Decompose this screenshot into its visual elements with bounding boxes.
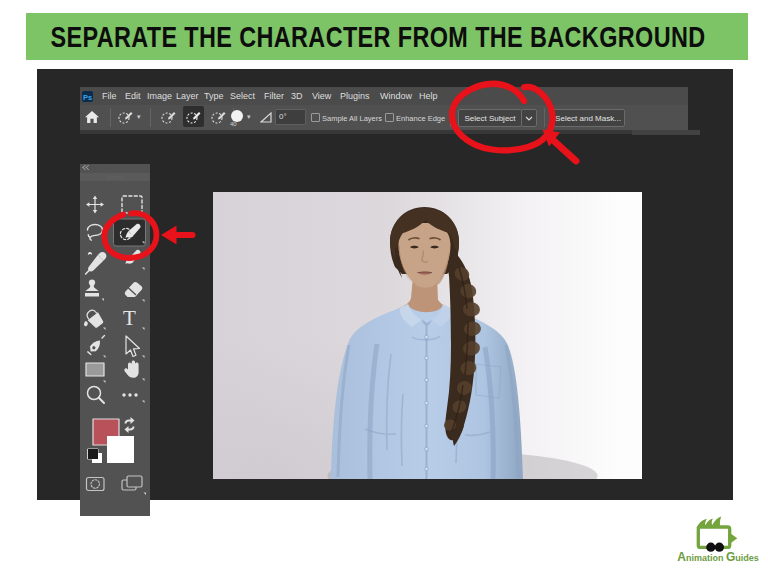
svg-text:Animation Guides: Animation Guides: [677, 550, 759, 564]
